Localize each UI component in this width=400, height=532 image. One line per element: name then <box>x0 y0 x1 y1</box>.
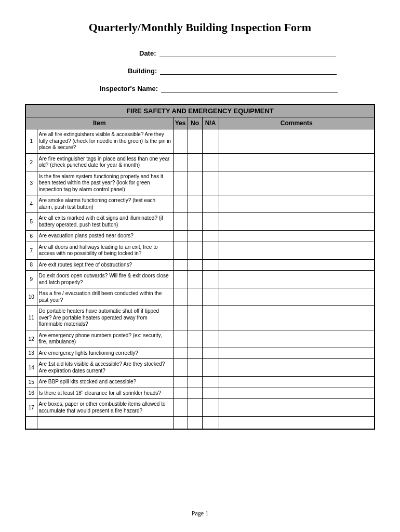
row-comments-cell[interactable] <box>219 348 375 359</box>
table-row: 14Are 1st aid kits visible & accessible?… <box>25 359 375 377</box>
row-no-cell[interactable] <box>188 171 202 195</box>
row-yes-cell[interactable] <box>173 377 188 388</box>
section-title: FIRE SAFETY AND EMERGENCY EQUIPMENT <box>25 104 375 117</box>
row-comments-cell[interactable] <box>219 330 375 348</box>
row-item-text: Is there at least 18" clearance for all … <box>37 388 173 399</box>
row-no-cell[interactable] <box>188 259 202 271</box>
row-na-cell[interactable] <box>202 129 219 154</box>
row-comments-cell[interactable] <box>219 242 375 259</box>
row-na-cell[interactable] <box>202 359 219 377</box>
row-item-text: Are all fire extinguishers visible & acc… <box>37 129 173 154</box>
row-na-cell[interactable] <box>202 213 219 231</box>
empty-comments[interactable] <box>219 417 375 429</box>
row-no-cell[interactable] <box>188 306 202 330</box>
row-comments-cell[interactable] <box>219 213 375 231</box>
inspector-input-line[interactable] <box>161 84 338 92</box>
row-no-cell[interactable] <box>188 359 202 377</box>
row-yes-cell[interactable] <box>173 129 188 154</box>
row-no-cell[interactable] <box>188 348 202 359</box>
col-na-header: N/A <box>202 117 219 129</box>
row-yes-cell[interactable] <box>173 399 188 417</box>
row-na-cell[interactable] <box>202 288 219 306</box>
table-row: 7Are all doors and hallways leading to a… <box>25 242 375 259</box>
row-comments-cell[interactable] <box>219 153 375 171</box>
row-comments-cell[interactable] <box>219 359 375 377</box>
row-comments-cell[interactable] <box>219 231 375 242</box>
row-number: 15 <box>25 377 37 388</box>
row-yes-cell[interactable] <box>173 359 188 377</box>
row-no-cell[interactable] <box>188 213 202 231</box>
row-no-cell[interactable] <box>188 271 202 288</box>
row-comments-cell[interactable] <box>219 271 375 288</box>
row-na-cell[interactable] <box>202 153 219 171</box>
row-comments-cell[interactable] <box>219 129 375 154</box>
empty-na[interactable] <box>202 417 219 429</box>
row-yes-cell[interactable] <box>173 195 188 213</box>
row-comments-cell[interactable] <box>219 195 375 213</box>
row-na-cell[interactable] <box>202 306 219 330</box>
table-row: 8Are exit routes kept free of obstructio… <box>25 259 375 271</box>
date-label: Date: <box>139 49 158 57</box>
row-item-text: Are boxes, paper or other combustible it… <box>37 399 173 417</box>
col-item-header: Item <box>25 117 173 129</box>
row-na-cell[interactable] <box>202 242 219 259</box>
row-na-cell[interactable] <box>202 399 219 417</box>
row-yes-cell[interactable] <box>173 231 188 242</box>
table-row: 2Are fire extinguisher tags in place and… <box>25 153 375 171</box>
row-comments-cell[interactable] <box>219 259 375 271</box>
inspector-row: Inspector's Name: <box>25 84 375 92</box>
row-number: 2 <box>25 153 37 171</box>
row-no-cell[interactable] <box>188 231 202 242</box>
row-no-cell[interactable] <box>188 195 202 213</box>
building-label: Building: <box>128 67 159 75</box>
row-yes-cell[interactable] <box>173 388 188 399</box>
row-na-cell[interactable] <box>202 259 219 271</box>
row-na-cell[interactable] <box>202 195 219 213</box>
row-no-cell[interactable] <box>188 288 202 306</box>
row-yes-cell[interactable] <box>173 306 188 330</box>
empty-yes[interactable] <box>173 417 188 429</box>
row-na-cell[interactable] <box>202 377 219 388</box>
row-yes-cell[interactable] <box>173 242 188 259</box>
row-item-text: Are smoke alarms functioning correctly? … <box>37 195 173 213</box>
date-input-line[interactable] <box>159 49 336 57</box>
row-na-cell[interactable] <box>202 171 219 195</box>
row-comments-cell[interactable] <box>219 306 375 330</box>
empty-num <box>25 417 37 429</box>
row-number: 8 <box>25 259 37 271</box>
row-no-cell[interactable] <box>188 153 202 171</box>
row-yes-cell[interactable] <box>173 171 188 195</box>
row-number: 6 <box>25 231 37 242</box>
row-comments-cell[interactable] <box>219 171 375 195</box>
col-yes-header: Yes <box>173 117 188 129</box>
building-input-line[interactable] <box>160 66 337 75</box>
table-row: 4Are smoke alarms functioning correctly?… <box>25 195 375 213</box>
row-yes-cell[interactable] <box>173 153 188 171</box>
row-yes-cell[interactable] <box>173 288 188 306</box>
empty-no[interactable] <box>188 417 202 429</box>
row-no-cell[interactable] <box>188 330 202 348</box>
row-na-cell[interactable] <box>202 271 219 288</box>
row-comments-cell[interactable] <box>219 288 375 306</box>
row-yes-cell[interactable] <box>173 348 188 359</box>
row-na-cell[interactable] <box>202 231 219 242</box>
row-no-cell[interactable] <box>188 129 202 154</box>
row-comments-cell[interactable] <box>219 399 375 417</box>
row-no-cell[interactable] <box>188 388 202 399</box>
row-number: 11 <box>25 306 37 330</box>
table-row: 15Are BBP spill kits stocked and accessi… <box>25 377 375 388</box>
row-number: 10 <box>25 288 37 306</box>
row-na-cell[interactable] <box>202 348 219 359</box>
row-yes-cell[interactable] <box>173 330 188 348</box>
row-na-cell[interactable] <box>202 330 219 348</box>
row-no-cell[interactable] <box>188 242 202 259</box>
row-no-cell[interactable] <box>188 377 202 388</box>
row-comments-cell[interactable] <box>219 388 375 399</box>
row-yes-cell[interactable] <box>173 259 188 271</box>
row-yes-cell[interactable] <box>173 213 188 231</box>
row-comments-cell[interactable] <box>219 377 375 388</box>
row-yes-cell[interactable] <box>173 271 188 288</box>
row-number: 14 <box>25 359 37 377</box>
row-no-cell[interactable] <box>188 399 202 417</box>
row-na-cell[interactable] <box>202 388 219 399</box>
